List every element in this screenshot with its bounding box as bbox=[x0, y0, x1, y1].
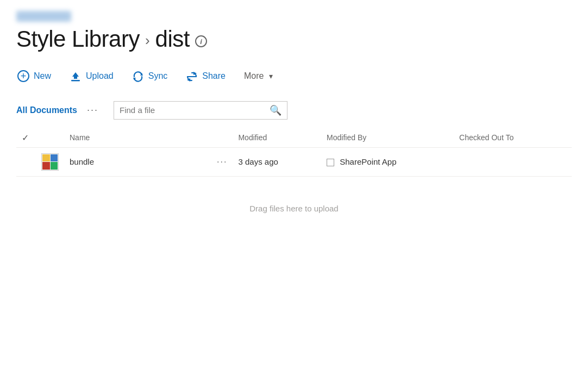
view-bar: All Documents ··· 🔍 bbox=[16, 101, 572, 120]
modifiedby-icon bbox=[327, 159, 334, 166]
breadcrumb-text: Demo Intranet bbox=[16, 11, 71, 22]
share-label: Share bbox=[202, 71, 226, 81]
title-chevron-icon: › bbox=[145, 32, 150, 49]
col-header-ellipsis bbox=[211, 128, 233, 148]
svg-marker-1 bbox=[72, 72, 79, 79]
new-icon: + bbox=[17, 70, 29, 82]
row-check[interactable] bbox=[16, 147, 36, 176]
sync-icon bbox=[132, 70, 144, 83]
check-header-icon: ✓ bbox=[22, 133, 29, 142]
col-header-checkedout[interactable]: Checked Out To bbox=[454, 128, 572, 148]
svg-rect-0 bbox=[71, 80, 80, 82]
row-modified: 3 days ago bbox=[233, 147, 321, 176]
row-ellipsis-button[interactable]: ··· bbox=[211, 147, 233, 176]
view-ellipsis-button[interactable]: ··· bbox=[84, 103, 102, 117]
row-name[interactable]: bundle bbox=[64, 147, 211, 176]
table-header-row: ✓ Name Modified Modified By Checked Out … bbox=[16, 128, 572, 148]
row-file-icon bbox=[36, 147, 64, 176]
file-table: ✓ Name Modified Modified By Checked Out … bbox=[16, 128, 572, 177]
col-header-modifiedby[interactable]: Modified By bbox=[321, 128, 454, 148]
col-header-modified[interactable]: Modified bbox=[233, 128, 321, 148]
upload-icon bbox=[70, 70, 82, 83]
more-button[interactable]: More ▾ bbox=[243, 69, 274, 83]
new-button[interactable]: + New bbox=[16, 68, 52, 84]
all-documents-tab[interactable]: All Documents bbox=[16, 105, 77, 115]
sync-label: Sync bbox=[148, 71, 168, 81]
breadcrumb: Demo Intranet bbox=[16, 11, 572, 22]
toolbar: + New Upload Sync bbox=[16, 67, 572, 90]
page-title-area: Style Library › dist i bbox=[16, 26, 572, 52]
sync-button[interactable]: Sync bbox=[131, 67, 169, 85]
search-input[interactable] bbox=[120, 105, 270, 115]
share-icon bbox=[186, 70, 198, 83]
info-icon[interactable]: i bbox=[195, 35, 207, 47]
upload-button[interactable]: Upload bbox=[68, 67, 115, 85]
new-label: New bbox=[34, 71, 51, 81]
share-button[interactable]: Share bbox=[185, 67, 227, 85]
more-label: More bbox=[244, 71, 264, 81]
chevron-down-icon: ▾ bbox=[269, 72, 273, 80]
page-wrapper: Demo Intranet Style Library › dist i + N… bbox=[0, 0, 588, 381]
drag-drop-text: Drag files here to upload bbox=[249, 204, 338, 213]
search-icon[interactable]: 🔍 bbox=[270, 104, 282, 116]
col-header-check: ✓ bbox=[16, 128, 36, 148]
search-box: 🔍 bbox=[114, 101, 287, 120]
title-dist: dist bbox=[155, 26, 190, 52]
table-row: bundle ··· 3 days ago SharePoint App bbox=[16, 147, 572, 176]
file-thumbnail bbox=[41, 153, 59, 171]
col-header-name[interactable]: Name bbox=[64, 128, 211, 148]
row-checkedout bbox=[454, 147, 572, 176]
col-header-icon bbox=[36, 128, 64, 148]
drag-drop-area: Drag files here to upload bbox=[16, 193, 572, 224]
row-modifiedby: SharePoint App bbox=[321, 147, 454, 176]
upload-label: Upload bbox=[86, 71, 114, 81]
title-style-library: Style Library bbox=[16, 26, 140, 52]
